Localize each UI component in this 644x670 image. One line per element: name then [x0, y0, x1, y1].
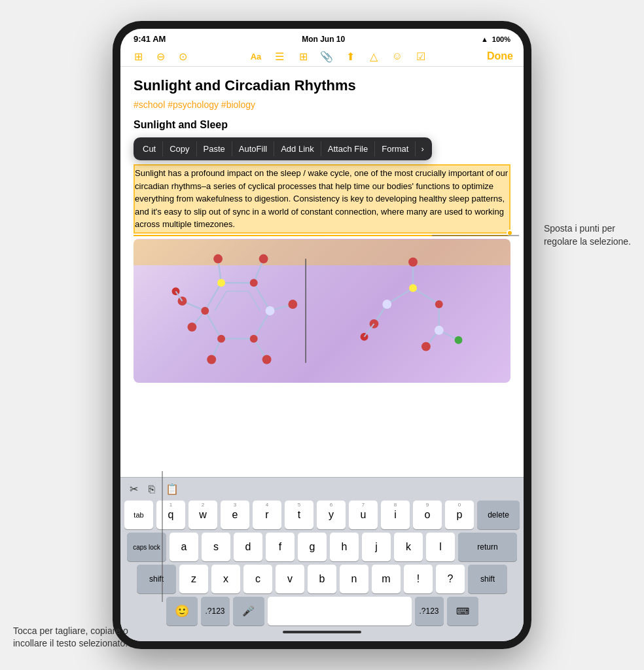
svg-point-25 [259, 254, 268, 263]
key-num1[interactable]: .?123 [201, 597, 230, 626]
toolbar: ⊞ ⊖ ⊙ Aa ☰ ⊞ 📎 ⬆ △ ☺ ☑ Done [120, 46, 524, 67]
key-y[interactable]: 6y [317, 501, 346, 529]
key-u[interactable]: 7u [349, 501, 378, 529]
keyboard-rows: tab 1q 2w 3e 4r 5t 6y 7u 8i 9o 0p delete… [124, 501, 520, 626]
note-title: Sunlight and Circadian Rhythms [134, 77, 510, 94]
key-return[interactable]: return [458, 533, 517, 561]
key-b[interactable]: b [308, 565, 336, 593]
annotation-left: Tocca per tagliare, copiare o incollare … [13, 625, 128, 650]
svg-rect-0 [134, 239, 510, 265]
key-tab[interactable]: tab [124, 501, 153, 529]
key-r[interactable]: 4r [253, 501, 281, 529]
key-num2[interactable]: .?123 [415, 597, 444, 626]
selection-line-bottom [134, 235, 510, 236]
svg-line-7 [215, 291, 226, 311]
keyboard-row-4: 🙂 .?123 🎤 .?123 ⌨ [124, 597, 520, 626]
attach-file-menu-item[interactable]: Attach File [321, 141, 375, 156]
selection-handle-end[interactable] [507, 230, 513, 236]
key-delete[interactable]: delete [477, 501, 520, 529]
warning-icon[interactable]: △ [367, 49, 381, 63]
sidebar-toggle-icon[interactable]: ⊞ [131, 49, 145, 63]
key-o[interactable]: 9o [413, 501, 442, 529]
table-icon[interactable]: ⊞ [296, 49, 310, 63]
svg-point-39 [382, 300, 391, 309]
key-v[interactable]: v [276, 565, 304, 593]
key-shift-left[interactable]: shift [137, 565, 176, 593]
toolbar-icons: Aa ☰ ⊞ 📎 ⬆ △ ☺ ☑ [249, 49, 428, 63]
copy-toolbar-icon[interactable]: ⎘ [146, 482, 158, 497]
key-j[interactable]: j [362, 533, 391, 561]
autofill-menu-item[interactable]: AutoFill [232, 141, 274, 156]
key-k[interactable]: k [394, 533, 423, 561]
paste-toolbar-icon[interactable]: 📋 [163, 482, 181, 497]
share-icon[interactable]: ⬆ [343, 49, 357, 63]
format-menu-item[interactable]: Format [375, 141, 416, 156]
key-question[interactable]: ? [436, 565, 465, 593]
keyboard-area: ✂ ⎘ 📋 tab 1q 2w 3e 4r 5t 6y 7u 8i 9o [120, 477, 524, 641]
key-space[interactable] [268, 597, 412, 626]
key-n[interactable]: n [340, 565, 368, 593]
note-subtitle: Sunlight and Sleep [134, 119, 510, 131]
body-start-text: Sunlight has a profound impact on the sl… [135, 168, 508, 229]
at-symbol-icon[interactable]: ⊙ [175, 49, 190, 63]
svg-point-28 [207, 355, 216, 364]
key-c[interactable]: c [243, 565, 272, 593]
key-f[interactable]: f [266, 533, 295, 561]
svg-point-42 [435, 325, 444, 334]
svg-point-44 [408, 257, 418, 266]
key-g[interactable]: g [298, 533, 327, 561]
paste-menu-item[interactable]: Paste [197, 141, 232, 156]
key-x[interactable]: x [211, 565, 240, 593]
done-button[interactable]: Done [487, 50, 513, 62]
toolbar-left: ⊞ ⊖ ⊙ [131, 49, 190, 63]
text-format-icon[interactable]: Aa [249, 49, 263, 63]
key-p[interactable]: 0p [445, 501, 474, 529]
key-capslock[interactable]: caps lock [127, 533, 166, 561]
key-w[interactable]: 2w [188, 501, 217, 529]
key-m[interactable]: m [372, 565, 401, 593]
key-h[interactable]: h [330, 533, 359, 561]
svg-line-48 [365, 323, 374, 336]
key-d[interactable]: d [234, 533, 262, 561]
ipad-frame: 9:41 AM Mon Jun 10 ▲ 100% ⊞ ⊖ ⊙ Aa ☰ ⊞ 📎… [113, 21, 531, 649]
keyboard-row-2: caps lock a s d f g h j k l return [124, 533, 520, 561]
checklist2-icon[interactable]: ☑ [414, 49, 428, 63]
svg-point-40 [409, 284, 417, 292]
cut-menu-item[interactable]: Cut [136, 141, 163, 156]
key-microphone[interactable]: 🎤 [233, 597, 264, 626]
key-q[interactable]: 1q [156, 501, 185, 529]
key-t[interactable]: 5t [285, 501, 313, 529]
key-z[interactable]: z [179, 565, 208, 593]
svg-point-26 [288, 300, 297, 309]
svg-point-23 [178, 296, 187, 306]
keyboard-row-1: tab 1q 2w 3e 4r 5t 6y 7u 8i 9o 0p delete [124, 501, 520, 529]
key-a[interactable]: a [170, 533, 198, 561]
svg-point-17 [201, 307, 209, 315]
svg-line-6 [205, 311, 221, 339]
svg-point-19 [250, 279, 258, 287]
add-link-menu-item[interactable]: Add Link [274, 141, 321, 156]
attach-icon[interactable]: 📎 [319, 49, 334, 63]
key-emoji[interactable]: 🙂 [166, 597, 198, 626]
key-shift-right[interactable]: shift [468, 565, 507, 593]
status-day: Mon Jun 10 [302, 35, 345, 44]
selected-text: Sunlight has a profound impact on the sl… [134, 164, 510, 234]
key-e[interactable]: 3e [221, 501, 249, 529]
status-right: ▲ 100% [481, 35, 510, 43]
svg-line-9 [249, 291, 260, 311]
key-excl[interactable]: ! [404, 565, 433, 593]
svg-line-4 [254, 311, 270, 339]
emoji-icon[interactable]: ☺ [390, 49, 404, 63]
context-menu-more[interactable]: › [416, 141, 429, 156]
key-keyboard[interactable]: ⌨ [447, 597, 478, 626]
copy-menu-item[interactable]: Copy [163, 141, 196, 156]
minus-circle-icon[interactable]: ⊖ [153, 49, 168, 63]
svg-line-1 [205, 283, 221, 311]
checklist-icon[interactable]: ☰ [272, 49, 287, 63]
key-l[interactable]: l [426, 533, 455, 561]
key-s[interactable]: s [202, 533, 230, 561]
key-i[interactable]: 8i [381, 501, 410, 529]
svg-line-3 [254, 283, 270, 311]
cut-toolbar-icon[interactable]: ✂ [127, 482, 141, 497]
annotation-right: Sposta i punti per regolare la selezione… [544, 222, 631, 248]
